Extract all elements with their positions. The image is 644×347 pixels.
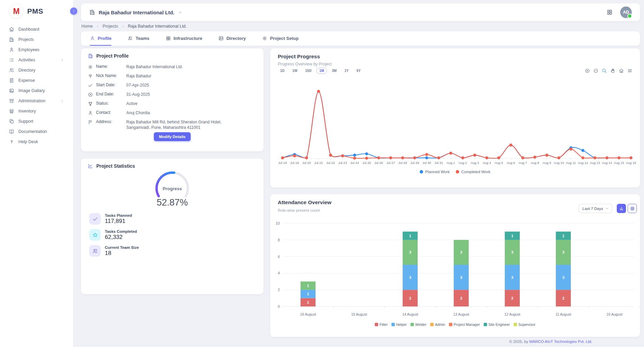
tab-profile[interactable]: Profile [90,31,111,46]
sidebar-item-administration[interactable]: Administration [0,96,73,106]
legend-helper[interactable]: Helper [391,322,407,327]
legend-admin[interactable]: Admin [430,322,445,327]
tab-infrastructure[interactable]: Infrastructure [166,31,203,46]
tabs-bar: ProfileTeamsInfrastructureDirectoryProje… [81,31,640,46]
apps-grid-icon[interactable] [607,9,613,15]
bar-view-button[interactable] [617,204,626,213]
modify-details-button[interactable]: Modify Details [154,132,191,141]
sidebar-item-expense[interactable]: Expense [0,75,73,86]
svg-text:Aug 7: Aug 7 [519,161,527,165]
sidebar-item-documentation[interactable]: Documentation [0,126,73,137]
zoom-select-icon[interactable] [602,68,607,73]
tab-teams[interactable]: Teams [128,31,149,46]
svg-text:Aug 11: Aug 11 [566,161,576,165]
sidebar-item-directory[interactable]: Directory [0,65,73,75]
legend-swatch [514,323,517,326]
range-1w[interactable]: 1W [289,67,301,74]
pms-app: M PMS DashboardProjectsEmployeesActiviti… [0,0,644,347]
sidebar-item-label: Employees [18,47,39,52]
sidebar-item-image-gallary[interactable]: Image Gallary [0,86,73,96]
sidebar-item-activities[interactable]: Activities [0,55,73,65]
stat-value: 18 [105,250,139,257]
svg-text:2: 2 [460,296,462,300]
brand-logo: M [9,4,24,19]
svg-text:Aug 12: Aug 12 [578,161,588,165]
table-grid-icon [630,206,635,211]
line-chart-legend: Planned WorkCompleted Work [270,170,640,174]
tab-label: Teams [135,36,149,41]
legend-site-engineer[interactable]: Site Engineer [484,322,510,327]
tab-label: Directory [226,36,246,41]
zoom-out-icon[interactable] [593,68,598,73]
chevron-right-icon [121,25,125,28]
footer-company-link[interactable]: MARCO AIoT Technologies Pvt. Ltd. [529,340,592,344]
tab-project-setup[interactable]: Project Setup [262,31,299,46]
archive-icon [9,98,14,104]
zoom-in-icon[interactable] [585,68,590,73]
range-3m[interactable]: 3M [329,67,340,74]
attendance-range-select[interactable]: Last 7 Days [579,204,612,213]
sidebar-item-label: Projects [18,37,34,42]
sidebar-item-support[interactable]: Support [0,116,73,126]
svg-text:Jul 23: Jul 23 [338,161,347,165]
svg-text:0: 0 [278,304,280,308]
tab-directory[interactable]: Directory [219,31,246,46]
legend-completed-work[interactable]: Completed Work [456,170,490,174]
bar-chart-legend: FitterHelperWelderAdminProject ManagerSi… [270,322,640,327]
svg-text:16 August: 16 August [300,312,316,316]
legend-label: Fitter [380,322,388,327]
profile-fields: Name:Raja Bahadur International Ltd.Nick… [88,64,239,133]
svg-text:Jul 27: Jul 27 [386,161,395,165]
legend-label: Project Manager [454,322,480,327]
sidebar-item-inventory[interactable]: Inventory [0,106,73,116]
sidebar-item-help-desk[interactable]: ?Help Desk [0,137,73,147]
legend-project-manager[interactable]: Project Manager [449,322,480,327]
svg-text:Jul 18: Jul 18 [278,161,287,165]
sidebar-item-projects[interactable]: Projects [0,34,73,45]
time-range-pills: 1D1W15D1M3M1Y5Y [277,67,364,74]
company-selector[interactable]: Raja Bahadur International Ltd. [89,9,182,15]
sidebar-item-label: Activities [18,58,35,62]
breadcrumb-projects[interactable]: Projects [102,24,118,29]
stat-label: Tasks Planned [105,213,132,217]
sidebar-item-dashboard[interactable]: Dashboard [0,24,73,34]
menu-icon[interactable] [627,68,632,73]
legend-fitter[interactable]: Fitter [375,322,388,327]
home-icon[interactable] [619,68,624,73]
chart-toolbar [585,68,632,73]
svg-text:1: 1 [562,234,564,238]
attendance-bar-chart[interactable]: 024681016 August11115 August14 August233… [270,217,640,322]
svg-text:Jul 21: Jul 21 [314,161,323,165]
breadcrumb-home[interactable]: Home [81,24,93,29]
range-1m[interactable]: 1M [316,67,327,74]
svg-text:1: 1 [307,292,309,296]
stat-value: 62,332 [105,234,137,241]
legend-planned-work[interactable]: Planned Work [420,170,450,174]
sidebar-item-employees[interactable]: Employees [0,45,73,55]
statistics-card-title: Project Statistics [88,163,135,169]
progress-chart-title: Project Progress [278,54,320,60]
range-15d[interactable]: 15D [302,67,315,74]
svg-text:3: 3 [460,250,462,254]
svg-text:Aug 8: Aug 8 [531,161,539,165]
range-1y[interactable]: 1Y [341,67,352,74]
legend-label: Welder [415,322,426,327]
range-5y[interactable]: 5Y [353,67,364,74]
legend-swatch [484,323,487,326]
avatar[interactable]: AD [620,6,632,18]
legend-label: Helper [396,322,407,327]
sidebar-collapse-button[interactable] [70,7,77,15]
legend-welder[interactable]: Welder [410,322,426,327]
svg-text:Jul 26: Jul 26 [374,161,383,165]
range-1d[interactable]: 1D [277,67,288,74]
legend-label: Completed Work [461,170,490,174]
pan-icon[interactable] [610,68,615,73]
legend-supervisor[interactable]: Supervisor [514,322,535,327]
progress-line-chart[interactable]: Jul 18Jul 19Jul 20Jul 21Jul 22Jul 23Jul … [270,78,640,170]
building-icon [9,37,14,42]
svg-text:8: 8 [278,238,280,242]
svg-text:Aug 6: Aug 6 [506,161,515,165]
stat-icon-box [89,213,101,225]
table-view-button[interactable] [628,204,637,213]
attendance-title: Attendance Overview [278,199,332,206]
